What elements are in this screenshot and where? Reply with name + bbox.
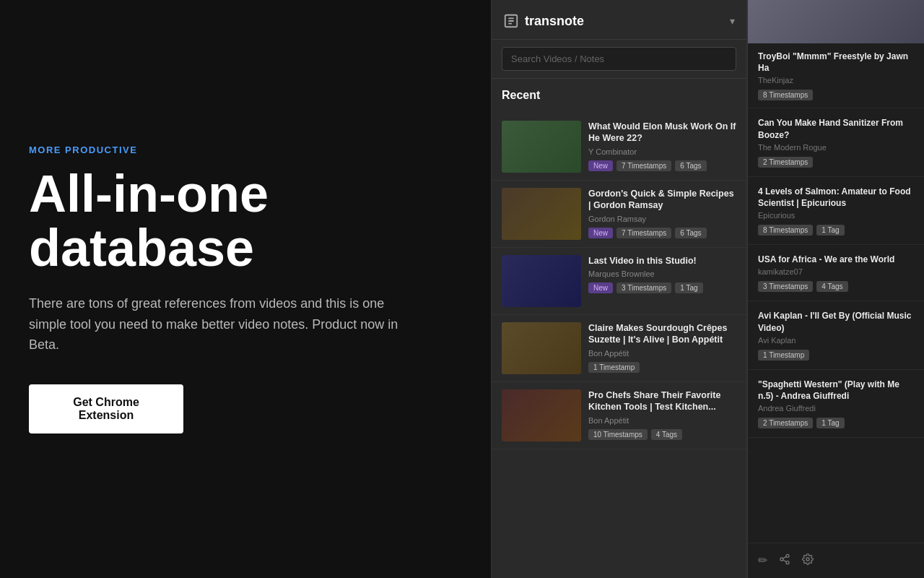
video-tags: New3 Timestamps1 Tag	[588, 282, 736, 293]
sidebar-item-channel: TheKinjaz	[758, 76, 914, 85]
video-info: Pro Chefs Share Their Favorite Kitchen T…	[588, 389, 736, 441]
video-title: Gordon's Quick & Simple Recipes | Gordon…	[588, 188, 736, 212]
sidebar-item-channel: Andrea Giuffredi	[758, 404, 914, 413]
sidebar-item-tags: 2 Timestamps1 Tag	[758, 418, 914, 428]
sidebar-video-item[interactable]: Avi Kaplan - I'll Get By (Official Music…	[748, 301, 924, 369]
video-thumbnail	[502, 389, 581, 441]
sidebar-item-channel: The Modern Rogue	[758, 143, 914, 152]
subtext: There are tons of great references from …	[29, 293, 404, 355]
sidebar-item-title: TroyBoi "Mmmm" Freestyle by Jawn Ha	[758, 51, 914, 74]
sidebar-tag: 2 Timestamps	[758, 418, 813, 428]
video-tag: New	[588, 282, 613, 293]
get-chrome-extension-button[interactable]: Get Chrome Extension	[29, 384, 183, 434]
video-tag: 10 Timestamps	[588, 429, 648, 440]
transnote-popup: transnote ▾ Recent What Would Elon Musk …	[491, 0, 747, 578]
video-tag: 7 Timestamps	[616, 160, 671, 171]
sidebar-bottom-actions: ✏	[748, 543, 924, 578]
video-channel: Y Combinator	[588, 147, 736, 156]
video-tag: 6 Tags	[675, 160, 706, 171]
sidebar-tag: 8 Timestamps	[758, 225, 813, 236]
sidebar-video-item[interactable]: USA for Africa - We are the World kamika…	[748, 245, 924, 301]
sidebar-tag: 3 Timestamps	[758, 281, 813, 292]
sidebar-video-item[interactable]: 4 Levels of Salmon: Amateur to Food Scie…	[748, 177, 924, 245]
sidebar-item-title: 4 Levels of Salmon: Amateur to Food Scie…	[758, 186, 914, 209]
sidebar-item-title: Avi Kaplan - I'll Get By (Official Music…	[758, 310, 914, 333]
settings-icon[interactable]	[802, 553, 814, 568]
video-list-item[interactable]: Last Video in this Studio! Marques Brown…	[492, 248, 746, 315]
video-tag: 1 Timestamp	[588, 362, 640, 373]
video-tag: New	[588, 160, 613, 171]
video-tags: New7 Timestamps6 Tags	[588, 160, 736, 171]
sidebar-tag: 1 Tag	[816, 225, 844, 236]
video-thumbnail	[502, 322, 581, 374]
sidebar-video-item[interactable]: TroyBoi "Mmmm" Freestyle by Jawn Ha TheK…	[748, 0, 924, 108]
edit-icon[interactable]: ✏	[758, 553, 767, 568]
transnote-brand-name: transnote	[525, 14, 584, 29]
sidebar-item-tags: 2 Timestamps	[758, 157, 914, 168]
thumb-placeholder	[502, 121, 581, 173]
thumb-placeholder	[502, 322, 581, 374]
sidebar-tag: 4 Tags	[816, 281, 847, 292]
share-icon[interactable]	[779, 553, 790, 568]
video-tag: 1 Tag	[675, 282, 702, 293]
video-tags: 10 Timestamps4 Tags	[588, 429, 736, 440]
video-title: Pro Chefs Share Their Favorite Kitchen T…	[588, 389, 736, 413]
svg-point-1	[786, 554, 789, 557]
svg-point-2	[780, 558, 783, 561]
recent-section: Recent	[492, 79, 746, 113]
sidebar-item-channel: kamikatze07	[758, 267, 914, 276]
video-tag: 6 Tags	[675, 228, 706, 238]
video-tag: New	[588, 228, 613, 238]
svg-point-3	[786, 561, 789, 564]
video-title: What Would Elon Musk Work On If He Were …	[588, 121, 736, 144]
video-list-item[interactable]: What Would Elon Musk Work On If He Were …	[492, 113, 746, 181]
video-channel: Bon Appétit	[588, 349, 736, 358]
sidebar-item-title: Can You Make Hand Sanitizer From Booze?	[758, 117, 914, 140]
sidebar-item-title: "Spaghetti Western" (Play with Me n.5) -…	[758, 379, 914, 402]
svg-point-6	[806, 558, 809, 561]
sidebar-item-channel: Epicurious	[758, 211, 914, 220]
svg-line-4	[783, 560, 787, 562]
video-tag: 3 Timestamps	[616, 282, 671, 293]
thumb-placeholder	[502, 255, 581, 307]
video-tag: 4 Tags	[651, 429, 682, 440]
sidebar-tag: 1 Timestamp	[758, 350, 809, 361]
transnote-logo: transnote	[503, 13, 584, 29]
transnote-header: transnote ▾	[492, 0, 746, 40]
video-title: Claire Makes Sourdough Crêpes Suzette | …	[588, 322, 736, 346]
video-tag: 7 Timestamps	[616, 228, 671, 238]
video-thumbnail	[502, 255, 581, 307]
video-title: Last Video in this Studio!	[588, 255, 736, 267]
sidebar-item-content: TroyBoi "Mmmm" Freestyle by Jawn Ha TheK…	[748, 43, 924, 108]
right-panel: transnote ▾ Recent What Would Elon Musk …	[491, 0, 924, 578]
sidebar-item-tags: 3 Timestamps4 Tags	[758, 281, 914, 292]
video-list: What Would Elon Musk Work On If He Were …	[492, 113, 746, 578]
sidebar-tag: 1 Tag	[816, 418, 844, 428]
video-tags: New7 Timestamps6 Tags	[588, 228, 736, 238]
transnote-logo-icon	[503, 13, 519, 29]
thumb-placeholder	[502, 389, 581, 441]
video-tags: 1 Timestamp	[588, 362, 736, 373]
video-list-item[interactable]: Pro Chefs Share Their Favorite Kitchen T…	[492, 382, 746, 449]
sidebar-video-item[interactable]: "Spaghetti Western" (Play with Me n.5) -…	[748, 370, 924, 438]
search-input[interactable]	[502, 47, 736, 71]
chevron-down-icon[interactable]: ▾	[730, 15, 735, 27]
sidebar-video-item[interactable]: Can You Make Hand Sanitizer From Booze? …	[748, 108, 924, 176]
video-channel: Marques Brownlee	[588, 269, 736, 278]
search-bar	[492, 40, 746, 79]
video-list-item[interactable]: Claire Makes Sourdough Crêpes Suzette | …	[492, 315, 746, 382]
sidebar-top-thumbnail	[748, 0, 924, 43]
video-info: Gordon's Quick & Simple Recipes | Gordon…	[588, 188, 736, 240]
thumb-placeholder	[502, 188, 581, 240]
svg-line-5	[783, 556, 787, 558]
sidebar-thumb-bg	[748, 0, 924, 43]
right-sidebar: TroyBoi "Mmmm" Freestyle by Jawn Ha TheK…	[747, 0, 924, 578]
video-thumbnail	[502, 188, 581, 240]
sidebar-tag: 8 Timestamps	[758, 90, 813, 100]
headline: All-in-one database	[29, 167, 462, 276]
sidebar-item-tags: 1 Timestamp	[758, 350, 914, 361]
recent-label: Recent	[502, 89, 736, 102]
sidebar-item-tags: 8 Timestamps1 Tag	[758, 225, 914, 236]
video-list-item[interactable]: Gordon's Quick & Simple Recipes | Gordon…	[492, 181, 746, 248]
video-info: Last Video in this Studio! Marques Brown…	[588, 255, 736, 307]
